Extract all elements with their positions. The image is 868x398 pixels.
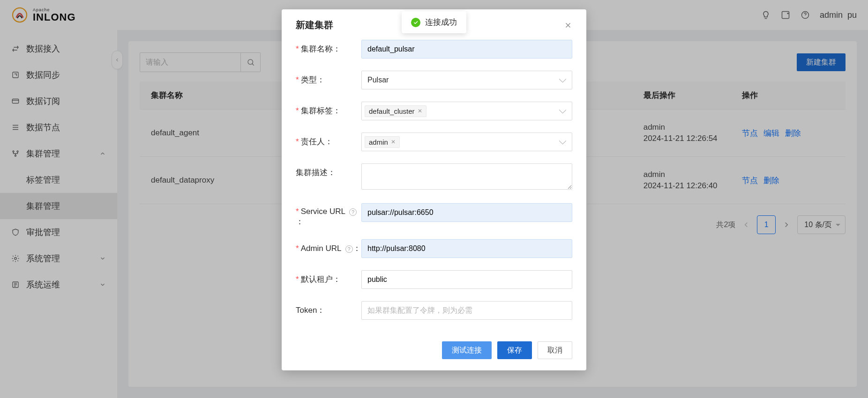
tag-remove-icon[interactable]: ✕ — [418, 108, 422, 114]
input-tenant[interactable] — [361, 270, 572, 289]
check-circle-icon — [411, 18, 420, 27]
close-icon[interactable] — [564, 21, 572, 29]
select-type[interactable]: Pulsar — [361, 71, 572, 89]
tag-value: admin — [369, 138, 388, 146]
select-owner[interactable]: admin✕ — [361, 133, 572, 151]
tag-remove-icon[interactable]: ✕ — [391, 139, 396, 145]
input-admin-url[interactable] — [361, 239, 572, 258]
select-cluster-tag[interactable]: default_cluster✕ — [361, 102, 572, 120]
input-token[interactable] — [361, 301, 572, 320]
label-service-url: Service URL — [301, 207, 345, 216]
label-cluster-name: 集群名称 — [301, 44, 333, 53]
label-token: Token — [296, 306, 317, 315]
label-desc: 集群描述 — [296, 168, 328, 177]
cancel-button[interactable]: 取消 — [538, 341, 572, 359]
help-icon[interactable]: ? — [345, 245, 353, 253]
create-cluster-modal: 新建集群 *集群名称： *类型： Pulsar *集群标签： default_c… — [282, 9, 586, 370]
label-admin-url: Admin URL — [301, 244, 341, 253]
label-tenant: 默认租户 — [301, 275, 333, 284]
label-tag: 集群标签 — [301, 106, 333, 115]
help-icon[interactable]: ? — [349, 208, 357, 216]
textarea-desc[interactable] — [361, 163, 572, 190]
input-service-url[interactable] — [361, 203, 572, 222]
select-type-value: Pulsar — [367, 76, 389, 84]
save-button[interactable]: 保存 — [497, 341, 532, 359]
modal-title: 新建集群 — [296, 19, 333, 31]
toast-success: 连接成功 — [402, 11, 466, 33]
label-type: 类型 — [301, 75, 317, 84]
label-owner: 责任人 — [301, 137, 325, 146]
tag-value: default_cluster — [369, 107, 415, 115]
input-cluster-name[interactable] — [361, 40, 572, 59]
toast-text: 连接成功 — [425, 17, 457, 28]
test-connection-button[interactable]: 测试连接 — [442, 341, 492, 359]
